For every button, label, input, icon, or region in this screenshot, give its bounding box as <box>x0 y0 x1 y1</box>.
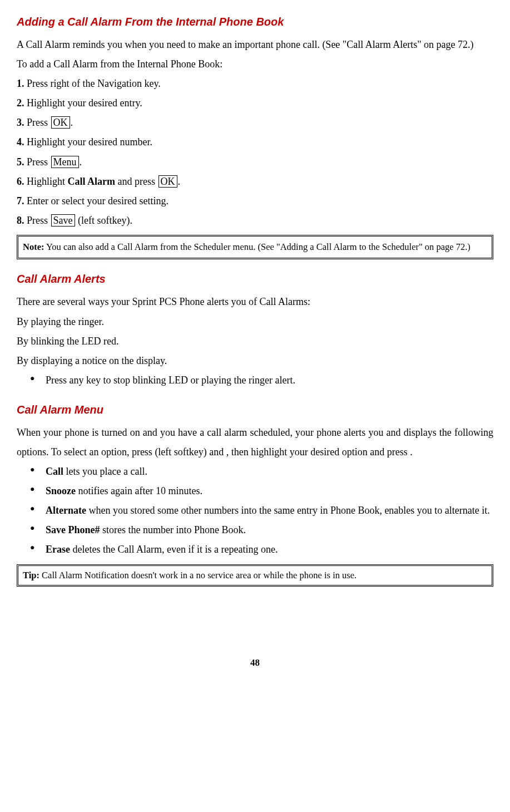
step-8: 8. Press Save (left softkey). <box>17 211 493 230</box>
key-menu: Menu <box>51 156 79 168</box>
bullet-text: lets you place a call. <box>63 466 147 477</box>
note-text: You can also add a Call Alarm from the S… <box>44 242 470 252</box>
note-label: Note: <box>23 242 44 252</box>
bullet-bold: Save Phone# <box>46 524 100 535</box>
step-1: 1. Press right of the Navigation key. <box>17 74 493 93</box>
section-heading-3: Call Alarm Menu <box>17 399 493 421</box>
key-ok: OK <box>51 116 70 129</box>
step-num: 5. <box>17 156 24 168</box>
bullet-text: notifies again after 10 minutes. <box>76 485 202 496</box>
bullet-bold: Call <box>46 466 63 477</box>
step-text: Press right of the Navigation key. <box>24 78 161 89</box>
step-5: 5. Press Menu. <box>17 152 493 172</box>
step-2: 2. Highlight your desired entry. <box>17 93 493 113</box>
step-num: 3. <box>17 117 24 128</box>
step-num: 8. <box>17 215 24 226</box>
bullet-stop-alert: Press any key to stop blinking LED or pl… <box>30 371 493 390</box>
step-text: Highlight your desired entry. <box>24 97 142 109</box>
step-num: 4. <box>17 136 24 147</box>
tip-label: Tip: <box>23 570 39 580</box>
step-num: 6. <box>17 176 24 187</box>
section2-line2: By blinking the LED red. <box>17 332 493 351</box>
step-num: 2. <box>17 97 24 109</box>
section2-line3: By displaying a notice on the display. <box>17 351 493 371</box>
bullet-call: Call lets you place a call. <box>30 462 493 481</box>
intro-text-b: .) <box>468 39 474 50</box>
step-pre: Press <box>24 117 51 128</box>
bullet-text: when you stored some other numbers into … <box>86 505 490 516</box>
key-save: Save <box>51 214 75 227</box>
step-num: 1. <box>17 78 24 89</box>
section-heading-1: Adding a Call Alarm From the Internal Ph… <box>17 11 493 33</box>
section3-intro: When your phone is turned on and you hav… <box>17 423 493 462</box>
step-4: 4. Highlight your desired number. <box>17 132 493 152</box>
tip-box: Tip: Call Alarm Notification doesn't wor… <box>17 564 493 587</box>
bullet-bold: Erase <box>46 544 70 555</box>
page-number: 48 <box>17 653 493 672</box>
bullet-save-phone: Save Phone# stores the number into Phone… <box>30 520 493 540</box>
section1-lead: To add a Call Alarm from the Internal Ph… <box>17 55 493 74</box>
bullet-snooze: Snooze notifies again after 10 minutes. <box>30 481 493 501</box>
bullet-bold: Snooze <box>46 485 76 496</box>
tip-text: Call Alarm Notification doesn't work in … <box>39 570 356 580</box>
step-post: . <box>178 176 181 187</box>
bullet-bold: Alternate <box>46 505 86 516</box>
step-pre: Press <box>24 215 51 226</box>
section-heading-2: Call Alarm Alerts <box>17 268 493 290</box>
step-post: . <box>80 156 82 168</box>
bullet-text: stores the number into Phone Book. <box>100 524 246 535</box>
step-post: . <box>71 117 73 128</box>
step-7: 7. Enter or select your desired setting. <box>17 191 493 211</box>
step-text: Highlight your desired number. <box>24 136 152 147</box>
key-ok: OK <box>159 175 177 188</box>
note-box: Note: You can also add a Call Alarm from… <box>17 235 493 260</box>
step-post: (left softkey). <box>76 215 132 226</box>
section1-intro: A Call Alarm reminds you when you need t… <box>17 35 493 55</box>
step-6: 6. Highlight Call Alarm and press OK. <box>17 172 493 191</box>
step-num: 7. <box>17 195 24 206</box>
step-pre: Highlight <box>24 176 68 187</box>
step-text: Enter or select your desired setting. <box>24 195 169 206</box>
bullet-text: deletes the Call Alarm, even if it is a … <box>70 544 278 555</box>
bullet-text: Press any key to stop blinking LED or pl… <box>46 375 295 386</box>
section2-line1: By playing the ringer. <box>17 312 493 332</box>
bullet-erase: Erase deletes the Call Alarm, even if it… <box>30 540 493 559</box>
section2-intro: There are several ways your Sprint PCS P… <box>17 292 493 312</box>
step-3: 3. Press OK. <box>17 113 493 132</box>
step-mid: and press <box>115 176 157 187</box>
intro-text-a: A Call Alarm reminds you when you need t… <box>17 39 468 50</box>
step-bold: Call Alarm <box>68 176 116 187</box>
step-pre: Press <box>24 156 51 168</box>
bullet-alternate: Alternate when you stored some other num… <box>30 501 493 520</box>
